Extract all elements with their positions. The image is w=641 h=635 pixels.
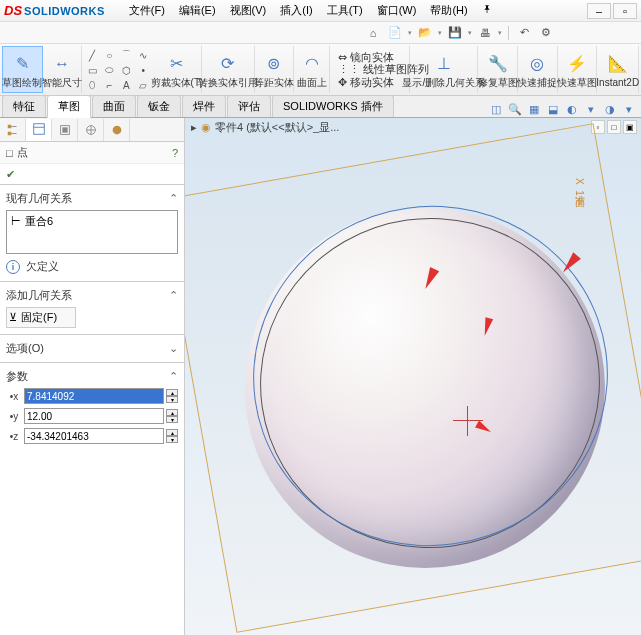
existing-relations-section: 现有几何关系⌃ ⊢ 重合6 i 欠定义: [0, 184, 184, 281]
print-icon[interactable]: 🖶: [476, 24, 494, 42]
graphics-viewport[interactable]: ▸ ◉ 零件4 (默认<<默认>_显... ▫ □ ▣ X 准 面1: [185, 118, 641, 635]
text-icon[interactable]: A: [118, 78, 134, 92]
ribbon-rapid[interactable]: ⚡ 快速草图: [558, 46, 598, 93]
view-orient-icon[interactable]: ⬓: [545, 101, 561, 117]
expand-icon[interactable]: ▸: [191, 121, 197, 134]
collapse-icon[interactable]: ⌃: [169, 192, 178, 205]
ribbon-snap[interactable]: ◎ 快速捕捉: [518, 46, 558, 93]
relation-item[interactable]: ⊢ 重合6: [9, 213, 175, 230]
svg-rect-1: [7, 131, 11, 135]
point-icon[interactable]: •: [135, 63, 151, 77]
collapse-icon[interactable]: ⌃: [169, 289, 178, 302]
ribbon-instant2d[interactable]: 📐 Instant2D: [597, 46, 639, 93]
menu-insert[interactable]: 插入(I): [274, 1, 318, 20]
view-zoom-icon[interactable]: 🔍: [507, 101, 523, 117]
model-geometry[interactable]: [225, 188, 625, 588]
point-icon: □: [6, 147, 13, 159]
flyout-tree[interactable]: ▸ ◉ 零件4 (默认<<默认>_显...: [191, 120, 339, 135]
param-x-input[interactable]: [24, 388, 164, 404]
menu-tools[interactable]: 工具(T): [321, 1, 369, 20]
ribbon-convert[interactable]: ⟳ 转换实体引用: [202, 46, 255, 93]
save-icon[interactable]: 💾: [446, 24, 464, 42]
line-icon[interactable]: ╱: [84, 48, 100, 62]
view-section-icon[interactable]: ▦: [526, 101, 542, 117]
polygon-icon[interactable]: ⬡: [118, 63, 134, 77]
tab-weldment[interactable]: 焊件: [182, 95, 226, 117]
arc-icon[interactable]: ⌒: [118, 48, 134, 62]
ribbon-surface[interactable]: ◠ 曲面上: [294, 46, 330, 93]
view-scene-icon[interactable]: ▾: [583, 101, 599, 117]
ribbon-offset[interactable]: ⊚ 等距实体: [255, 46, 295, 93]
view-display-icon[interactable]: ◐: [564, 101, 580, 117]
ribbon-smart-dimension[interactable]: ↔ 智能尺寸: [43, 46, 83, 93]
panel-tab-property-manager[interactable]: [26, 119, 52, 141]
relations-listbox[interactable]: ⊢ 重合6: [6, 210, 178, 254]
ribbon-trim[interactable]: ✂ 剪裁实体(T): [153, 46, 201, 93]
options-icon[interactable]: ⚙: [537, 24, 555, 42]
rect-icon[interactable]: ▭: [84, 63, 100, 77]
tab-sketch[interactable]: 草图: [47, 95, 91, 118]
vp-btn-3[interactable]: ▣: [623, 120, 637, 134]
dropdown-icon[interactable]: ▾: [468, 29, 472, 37]
panel-help-icon[interactable]: ?: [172, 147, 178, 159]
ok-icon[interactable]: ✔: [6, 168, 15, 181]
ellipse-icon[interactable]: ⬯: [84, 78, 100, 92]
collapse-icon[interactable]: ⌃: [169, 370, 178, 383]
offset-icon: ⊚: [262, 52, 286, 76]
minimize-button[interactable]: –: [587, 3, 611, 19]
ribbon-mirror-group[interactable]: ⇔ 镜向实体 ⋮⋮ 线性草图阵列 ✥ 移动实体: [330, 46, 410, 93]
param-y-input[interactable]: [24, 408, 164, 424]
menu-bar: 文件(F) 编辑(E) 视图(V) 插入(I) 工具(T) 窗口(W) 帮助(H…: [123, 1, 499, 20]
property-manager-panel: □ 点 ? ✔ 现有几何关系⌃ ⊢ 重合6 i 欠定义 添加几何关系⌃: [0, 118, 185, 635]
part-icon: ◉: [201, 121, 211, 134]
new-icon[interactable]: 📄: [386, 24, 404, 42]
convert-icon: ⟳: [216, 52, 240, 76]
relations-icon: ⊥: [432, 52, 456, 76]
menu-window[interactable]: 窗口(W): [371, 1, 423, 20]
param-z-input[interactable]: [24, 428, 164, 444]
viewport-controls: ▫ □ ▣: [591, 120, 637, 134]
dropdown-icon[interactable]: ▾: [498, 29, 502, 37]
section-title: 参数: [6, 369, 28, 384]
x-spinner[interactable]: ▴▾: [166, 389, 178, 403]
y-spinner[interactable]: ▴▾: [166, 409, 178, 423]
tab-feature[interactable]: 特征: [2, 95, 46, 117]
restore-button[interactable]: ▫: [613, 3, 637, 19]
menu-help[interactable]: 帮助(H): [424, 1, 473, 20]
ribbon-repair[interactable]: 🔧 修复草图: [478, 46, 518, 93]
tab-surface[interactable]: 曲面: [92, 95, 136, 117]
dropdown-icon[interactable]: ▾: [438, 29, 442, 37]
part-name[interactable]: 零件4 (默认<<默认>_显...: [215, 120, 339, 135]
expand-icon[interactable]: ⌄: [169, 342, 178, 355]
fixed-relation-button[interactable]: ⊻ 固定(F): [6, 307, 76, 328]
panel-tab-config[interactable]: [52, 119, 78, 141]
view-appearance-icon[interactable]: ▾: [621, 101, 637, 117]
menu-view[interactable]: 视图(V): [224, 1, 273, 20]
open-icon[interactable]: 📂: [416, 24, 434, 42]
menu-edit[interactable]: 编辑(E): [173, 1, 222, 20]
view-hide-icon[interactable]: ◑: [602, 101, 618, 117]
slot-icon[interactable]: ⬭: [101, 63, 117, 77]
dropdown-icon[interactable]: ▾: [408, 29, 412, 37]
info-icon: i: [6, 260, 20, 274]
home-icon[interactable]: ⌂: [364, 24, 382, 42]
vp-btn-2[interactable]: □: [607, 120, 621, 134]
panel-tab-dimxpert[interactable]: [78, 119, 104, 141]
menu-search-icon[interactable]: 🖈: [476, 1, 499, 20]
ribbon-relations[interactable]: ⊥ 显示/删除几何关系: [410, 46, 478, 93]
panel-tab-display[interactable]: [104, 119, 130, 141]
tab-evaluate[interactable]: 评估: [227, 95, 271, 117]
menu-file[interactable]: 文件(F): [123, 1, 171, 20]
section-title: 现有几何关系: [6, 191, 72, 206]
panel-tab-feature-tree[interactable]: [0, 119, 26, 141]
view-cube-icon[interactable]: ◫: [488, 101, 504, 117]
z-spinner[interactable]: ▴▾: [166, 429, 178, 443]
tab-sheetmetal[interactable]: 钣金: [137, 95, 181, 117]
fillet-icon[interactable]: ⌐: [101, 78, 117, 92]
plane-icon[interactable]: ▱: [135, 78, 151, 92]
tab-plugins[interactable]: SOLIDWORKS 插件: [272, 95, 394, 117]
undo-icon[interactable]: ↶: [515, 24, 533, 42]
spline-icon[interactable]: ∿: [135, 48, 151, 62]
circle-icon[interactable]: ○: [101, 48, 117, 62]
ribbon-sketch[interactable]: ✎ 草图绘制: [2, 46, 43, 93]
